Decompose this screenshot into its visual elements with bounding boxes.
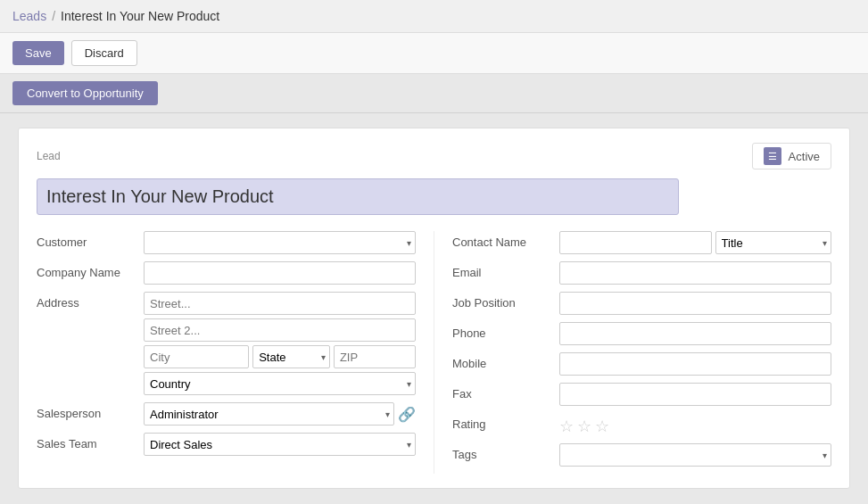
lead-title-input[interactable]: [37, 178, 679, 215]
form-card: Lead Active Customer: [18, 128, 850, 489]
country-select-wrap: Country ▾: [144, 372, 416, 395]
fax-input[interactable]: [559, 383, 831, 406]
address-label: Address: [37, 292, 144, 310]
address-fields: State ▾ Country ▾: [144, 292, 416, 395]
company-name-field: [144, 261, 416, 285]
status-text: Active: [789, 150, 820, 163]
email-field: [559, 261, 831, 285]
sales-team-select-wrap: Direct Sales ▾: [144, 433, 416, 456]
country-select[interactable]: Country: [144, 372, 416, 395]
zip-input[interactable]: [334, 345, 416, 368]
discard-button[interactable]: Discard: [71, 40, 137, 66]
title-select[interactable]: Title Mr. Mrs. Ms. Dr.: [715, 231, 831, 254]
salesperson-row: Salesperson Administrator ▾ 🔗: [37, 402, 416, 426]
main-content: Lead Active Customer: [0, 113, 868, 503]
email-input[interactable]: [559, 261, 831, 285]
street1-input[interactable]: [144, 292, 416, 315]
company-name-row: Company Name: [37, 261, 416, 285]
customer-row: Customer ▾: [37, 231, 416, 254]
street2-input[interactable]: [144, 318, 416, 342]
save-button[interactable]: Save: [12, 41, 64, 65]
convert-to-opportunity-button[interactable]: Convert to Opportunity: [12, 81, 158, 105]
mobile-row: Mobile: [452, 352, 831, 376]
salesperson-field: Administrator ▾ 🔗: [144, 402, 416, 426]
card-header: Lead Active: [37, 143, 831, 169]
city-input[interactable]: [144, 345, 249, 368]
mobile-input[interactable]: [559, 352, 831, 376]
rating-field: ☆ ☆ ☆: [559, 413, 831, 436]
fax-field: [559, 383, 831, 406]
customer-select-wrap: ▾: [144, 231, 416, 254]
left-column: Customer ▾ Company Name: [37, 231, 416, 474]
form-body: Customer ▾ Company Name: [37, 231, 831, 474]
tags-field: ▾: [559, 443, 831, 467]
breadcrumb-separator: /: [52, 9, 55, 23]
phone-input[interactable]: [559, 322, 831, 345]
salesperson-external-link-icon[interactable]: 🔗: [398, 405, 416, 423]
sales-team-field: Direct Sales ▾: [144, 433, 416, 456]
star-2[interactable]: ☆: [577, 417, 591, 436]
status-badge: Active: [752, 143, 831, 169]
right-column: Contact Name Title Mr. Mrs. Ms. Dr.: [452, 231, 831, 474]
star-1[interactable]: ☆: [559, 417, 574, 436]
phone-row: Phone: [452, 322, 831, 345]
action-bar: Convert to Opportunity: [0, 74, 868, 113]
job-position-field: [559, 292, 831, 315]
sales-team-select[interactable]: Direct Sales: [144, 433, 416, 456]
job-position-label: Job Position: [452, 292, 559, 310]
salesperson-wrap: Administrator ▾ 🔗: [144, 402, 416, 426]
contact-name-row: Contact Name Title Mr. Mrs. Ms. Dr.: [452, 231, 831, 254]
breadcrumb-leads-link[interactable]: Leads: [12, 9, 46, 23]
sales-team-row: Sales Team Direct Sales ▾: [37, 433, 416, 456]
fax-label: Fax: [452, 383, 559, 401]
city-state-zip-row: State ▾: [144, 345, 416, 368]
tags-select-wrap: ▾: [559, 443, 831, 467]
email-row: Email: [452, 261, 831, 285]
title-select-wrap: Title Mr. Mrs. Ms. Dr. ▾: [715, 231, 831, 254]
breadcrumb-bar: Leads / Interest In Your New Product: [0, 0, 868, 33]
mobile-label: Mobile: [452, 352, 559, 370]
rating-stars: ☆ ☆ ☆: [559, 413, 831, 436]
contact-name-input[interactable]: [559, 231, 712, 254]
fax-row: Fax: [452, 383, 831, 406]
toolbar: Save Discard: [0, 33, 868, 74]
state-select[interactable]: State: [252, 345, 330, 368]
company-name-input[interactable]: [144, 261, 416, 285]
contact-name-label: Contact Name: [452, 231, 559, 249]
tags-label: Tags: [452, 443, 559, 461]
status-icon: [764, 147, 781, 165]
address-row: Address State ▾: [37, 292, 416, 395]
mobile-field: [559, 352, 831, 376]
breadcrumb-current: Interest In Your New Product: [61, 9, 219, 23]
card-label: Lead: [37, 150, 61, 162]
tags-row: Tags ▾: [452, 443, 831, 467]
job-position-row: Job Position: [452, 292, 831, 315]
contact-name-field: Title Mr. Mrs. Ms. Dr. ▾: [559, 231, 831, 254]
phone-label: Phone: [452, 322, 559, 340]
tags-select[interactable]: [559, 443, 831, 467]
phone-field: [559, 322, 831, 345]
salesperson-select-wrap: Administrator ▾: [144, 402, 394, 426]
rating-label: Rating: [452, 413, 559, 431]
salesperson-select[interactable]: Administrator: [144, 402, 394, 426]
salesperson-label: Salesperson: [37, 402, 144, 420]
form-divider: [434, 231, 434, 474]
company-name-label: Company Name: [37, 261, 144, 279]
contact-row: Title Mr. Mrs. Ms. Dr. ▾: [559, 231, 831, 254]
rating-row: Rating ☆ ☆ ☆: [452, 413, 831, 436]
star-3[interactable]: ☆: [595, 417, 609, 436]
customer-label: Customer: [37, 231, 144, 249]
sales-team-label: Sales Team: [37, 433, 144, 450]
customer-field: ▾: [144, 231, 416, 254]
state-select-wrap: State ▾: [252, 345, 330, 368]
customer-select[interactable]: [144, 231, 416, 254]
job-position-input[interactable]: [559, 292, 831, 315]
email-label: Email: [452, 261, 559, 279]
